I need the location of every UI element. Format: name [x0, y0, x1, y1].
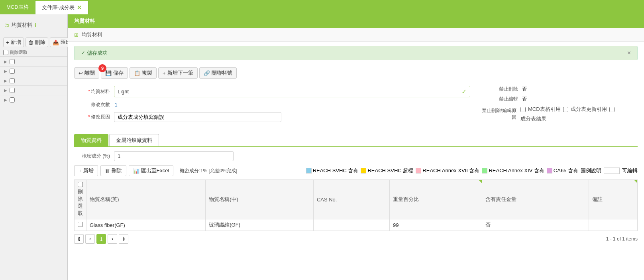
checkbox-result[interactable]	[609, 107, 615, 112]
sidebar-add-icon: +	[6, 39, 9, 45]
checkbox-mcd-label: MCD表格引用	[528, 106, 561, 113]
sidebar-toolbar: + 新增 🗑 刪除 📤 匯出至 刪除選取 ▶	[0, 36, 67, 105]
sub-toolbar: + 新增 🗑 刪除 📊 匯出至Excel 概密成分:1% [允差0%完成] RE	[74, 165, 638, 176]
grid-icon: ⊞	[74, 32, 79, 38]
sidebar-delete-button[interactable]: 🗑 刪除	[26, 37, 48, 47]
leave-button[interactable]: ↩ 離關	[74, 67, 99, 79]
page-title: 均質材料	[74, 18, 95, 24]
legend-annex14-color	[482, 168, 487, 174]
legend-ca65: CA65 含有	[547, 167, 578, 174]
concentration-input[interactable]	[114, 151, 234, 161]
page-info: 1 - 1 of 1 items	[606, 236, 638, 242]
forbid-edit-value: 否	[522, 96, 527, 103]
page-header: 均質材料	[68, 14, 644, 28]
tab-substance-data[interactable]: 物質資料	[74, 134, 108, 146]
th-remark-corner	[634, 180, 637, 183]
th-weight: 重量百分比	[389, 180, 482, 219]
checkboxes-group: MCD表格引用 成分表更新引用 成分表結果	[520, 106, 638, 122]
sidebar-row-5[interactable]: ▶	[0, 95, 67, 105]
sidebar-row-3[interactable]: ▶	[0, 76, 67, 85]
page-next-button[interactable]: ›	[108, 234, 117, 244]
legend-annex14-label: REACH Annex XIV 含有	[489, 167, 544, 174]
sidebar-add-button[interactable]: + 新增	[3, 37, 24, 47]
forbid-delete-label: 禁止刪除	[478, 86, 518, 93]
revision-reason-row: 修改原因	[74, 112, 470, 122]
checkbox-update[interactable]	[563, 107, 568, 112]
forbid-edit-label: 禁止編輯	[478, 96, 518, 103]
td-responsible: 否	[482, 219, 589, 231]
legend-ca65-color	[547, 168, 552, 174]
editable-legend-input[interactable]	[604, 168, 620, 174]
sidebar-checkbox-1[interactable]	[10, 59, 15, 64]
tab-doc-label: 文件庫-成分表	[42, 4, 75, 11]
sub-delete-button[interactable]: 🗑 刪除	[100, 165, 126, 176]
sidebar-checkbox-3[interactable]	[10, 78, 15, 83]
td-cas	[313, 219, 389, 231]
revision-reason-input[interactable]	[114, 112, 281, 122]
th-delete-select-label: 刪除選取	[78, 189, 83, 216]
revision-reason-label: 修改原因	[74, 114, 110, 120]
sidebar-icon: 🗂	[4, 22, 9, 28]
legend-annex17: REACH Annex XVII 含有	[416, 167, 479, 174]
select-all-checkbox[interactable]	[78, 182, 83, 187]
form-left: 均質材料 ✓ 修改次數 1 修改原因	[74, 86, 470, 126]
sub-add-button[interactable]: + 新增	[74, 165, 98, 176]
save-icon: 💾	[105, 70, 112, 76]
page-first-button[interactable]: ⟪	[74, 234, 84, 244]
sidebar-delete-icon: 🗑	[28, 39, 33, 45]
page-prev-button[interactable]: ‹	[85, 234, 95, 244]
sidebar-row-4[interactable]: ▶	[0, 85, 67, 95]
sidebar-select-all-checkbox[interactable]	[3, 49, 8, 55]
tab-metal-smelter[interactable]: 金屬冶煉廠資料	[109, 134, 159, 146]
form-right: 禁止刪除 否 禁止編輯 否 禁止刪除/編輯原因 MCD表格引用 成分表更新引用	[478, 86, 638, 126]
sidebar: 🗂 均質材料 ℹ + 新增 🗑 刪除 📤 匯出至	[0, 14, 68, 280]
save-success-close-button[interactable]: ×	[627, 49, 631, 57]
relate-button[interactable]: 🔗 關聯料號	[199, 67, 237, 79]
legend-svhc-exceed: REACH SVHC 超標	[361, 167, 413, 174]
sidebar-arrow-icon-1: ▶	[4, 59, 7, 64]
sidebar-delete-selected-label: 刪除選取	[10, 49, 27, 55]
section-title: 均質材料	[82, 31, 102, 38]
homogeneous-material-input[interactable]	[118, 89, 459, 95]
sidebar-export-icon: 📤	[53, 39, 59, 45]
revision-count-value: 1	[115, 102, 118, 108]
td-substance-en: Glass fiber(GF)	[86, 219, 206, 231]
forbid-edit-row: 禁止編輯 否	[478, 96, 638, 103]
forbid-reason-label: 禁止刪除/編輯原因	[478, 107, 516, 121]
sidebar-row-1[interactable]: ▶	[0, 57, 67, 66]
checkbox-mcd[interactable]	[520, 107, 526, 112]
sidebar-checkbox-4[interactable]	[10, 88, 15, 93]
sidebar-info-icon: ℹ	[35, 22, 37, 28]
th-substance-en: 物質名稱(英)	[86, 180, 206, 219]
tab-close-icon[interactable]: ✕	[77, 4, 82, 11]
section-header: ⊞ 均質材料	[68, 28, 644, 42]
sidebar-row-2[interactable]: ▶	[0, 66, 67, 76]
legend-svhc-contain-color	[306, 168, 312, 174]
badge-9: 9	[98, 64, 106, 72]
tab-mcd[interactable]: MCD表格	[0, 0, 35, 14]
legend-ca65-label: CA65 含有	[554, 167, 578, 174]
row-checkbox[interactable]	[78, 222, 83, 227]
tab-doc[interactable]: 文件庫-成分表 ✕	[35, 0, 88, 14]
sidebar-arrow-icon-4: ▶	[4, 88, 7, 93]
inner-tab-bar: 物質資料 金屬冶煉廠資料	[74, 134, 638, 147]
sidebar-checkbox-5[interactable]	[10, 97, 15, 103]
copy-icon: 📋	[134, 70, 140, 76]
save-success-banner: ✓ 儲存成功 ×	[74, 46, 638, 60]
page-1-button[interactable]: 1	[96, 234, 106, 244]
tab-mcd-label: MCD表格	[6, 4, 29, 11]
legend-svhc-contain-label: REACH SVHC 含有	[313, 167, 359, 174]
add-next-button[interactable]: + 新增下一筆	[158, 67, 198, 79]
forbid-delete-row: 禁止刪除 否	[478, 86, 638, 93]
main-layout: 🗂 均質材料 ℹ + 新增 🗑 刪除 📤 匯出至	[0, 14, 644, 280]
sidebar-checkbox-2[interactable]	[10, 69, 15, 74]
legend-svhc-contain: REACH SVHC 含有	[306, 167, 359, 174]
legend-items: REACH SVHC 含有 REACH SVHC 超標 REACH Annex …	[306, 167, 638, 174]
legend-annex17-label: REACH Annex XVII 含有	[422, 167, 479, 174]
sub-export-icon: 📊	[133, 168, 139, 174]
sub-export-button[interactable]: 📊 匯出至Excel	[129, 165, 174, 176]
page-last-button[interactable]: ⟫	[119, 234, 128, 244]
leave-button-wrap: ↩ 離關	[74, 67, 99, 79]
copy-button[interactable]: 📋 複製	[130, 67, 157, 79]
legend-svhc-exceed-label: REACH SVHC 超標	[367, 167, 413, 174]
